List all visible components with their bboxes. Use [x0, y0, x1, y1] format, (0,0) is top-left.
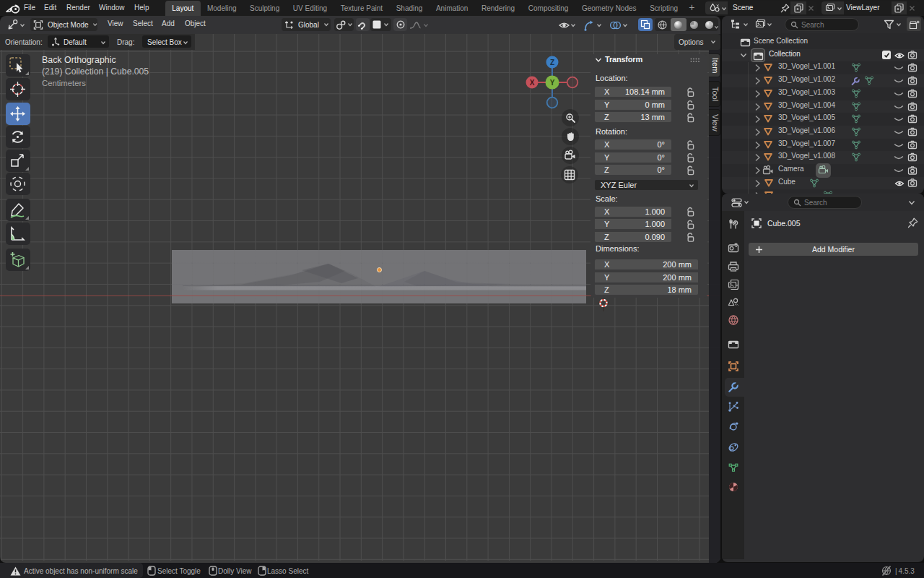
svg-text:X: X: [530, 79, 535, 87]
svg-text:Z: Z: [550, 59, 554, 66]
svg-text:Y: Y: [550, 79, 555, 87]
